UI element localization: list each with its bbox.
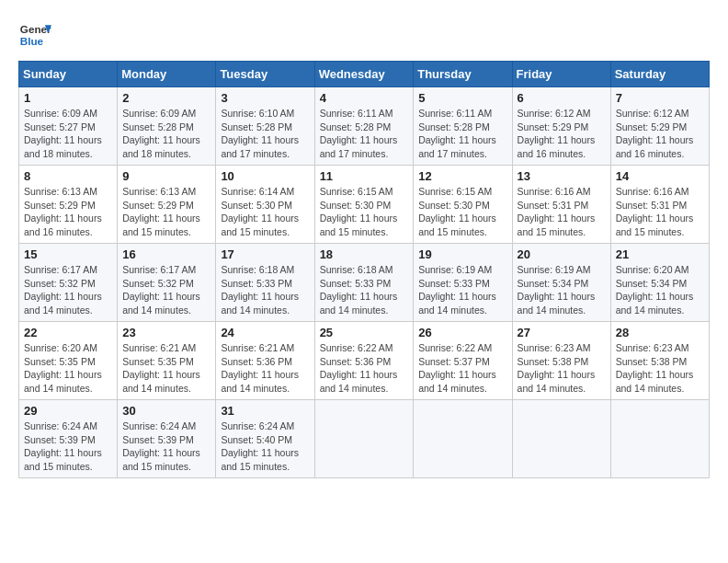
day-number: 1 xyxy=(24,91,112,105)
day-number: 28 xyxy=(616,326,704,339)
calendar-week-row: 1Sunrise: 6:09 AMSunset: 5:27 PMDaylight… xyxy=(19,87,710,166)
day-info: Sunrise: 6:24 AMSunset: 5:39 PMDaylight:… xyxy=(122,419,210,474)
calendar-cell: 29Sunrise: 6:24 AMSunset: 5:39 PMDayligh… xyxy=(19,400,118,478)
day-info: Sunrise: 6:15 AMSunset: 5:30 PMDaylight:… xyxy=(320,185,409,239)
day-info: Sunrise: 6:11 AMSunset: 5:28 PMDaylight:… xyxy=(418,107,506,161)
day-number: 26 xyxy=(418,326,506,339)
day-info: Sunrise: 6:22 AMSunset: 5:36 PMDaylight:… xyxy=(320,341,409,396)
day-number: 4 xyxy=(320,91,409,105)
calendar-cell xyxy=(610,400,709,478)
calendar-cell xyxy=(414,400,512,478)
day-number: 12 xyxy=(418,169,506,183)
day-info: Sunrise: 6:24 AMSunset: 5:39 PMDaylight:… xyxy=(24,419,112,474)
day-number: 5 xyxy=(418,91,506,105)
day-info: Sunrise: 6:11 AMSunset: 5:28 PMDaylight:… xyxy=(320,107,409,161)
calendar-cell: 15Sunrise: 6:17 AMSunset: 5:32 PMDayligh… xyxy=(19,244,118,322)
day-info: Sunrise: 6:21 AMSunset: 5:35 PMDaylight:… xyxy=(122,341,210,396)
day-info: Sunrise: 6:19 AMSunset: 5:34 PMDaylight:… xyxy=(518,263,606,317)
svg-text:Blue: Blue xyxy=(20,35,44,47)
calendar-cell: 12Sunrise: 6:15 AMSunset: 5:30 PMDayligh… xyxy=(414,166,512,244)
day-info: Sunrise: 6:12 AMSunset: 5:29 PMDaylight:… xyxy=(518,107,606,161)
calendar-cell: 4Sunrise: 6:11 AMSunset: 5:28 PMDaylight… xyxy=(314,87,414,166)
day-number: 2 xyxy=(122,91,210,105)
calendar-cell: 28Sunrise: 6:23 AMSunset: 5:38 PMDayligh… xyxy=(610,322,709,400)
day-number: 24 xyxy=(221,326,309,339)
calendar-cell: 18Sunrise: 6:18 AMSunset: 5:33 PMDayligh… xyxy=(314,244,414,322)
calendar-cell: 23Sunrise: 6:21 AMSunset: 5:35 PMDayligh… xyxy=(118,322,216,400)
calendar-week-row: 29Sunrise: 6:24 AMSunset: 5:39 PMDayligh… xyxy=(19,400,710,478)
calendar-cell: 25Sunrise: 6:22 AMSunset: 5:36 PMDayligh… xyxy=(314,322,414,400)
day-info: Sunrise: 6:12 AMSunset: 5:29 PMDaylight:… xyxy=(616,107,704,161)
column-header-wednesday: Wednesday xyxy=(314,62,414,87)
day-number: 15 xyxy=(24,247,112,261)
day-info: Sunrise: 6:18 AMSunset: 5:33 PMDaylight:… xyxy=(320,263,409,317)
day-number: 14 xyxy=(616,169,704,183)
day-number: 16 xyxy=(122,247,210,261)
calendar-cell: 11Sunrise: 6:15 AMSunset: 5:30 PMDayligh… xyxy=(314,166,414,244)
day-info: Sunrise: 6:23 AMSunset: 5:38 PMDaylight:… xyxy=(616,341,704,396)
day-number: 27 xyxy=(518,326,606,339)
calendar-cell: 3Sunrise: 6:10 AMSunset: 5:28 PMDaylight… xyxy=(216,87,314,166)
calendar-cell: 26Sunrise: 6:22 AMSunset: 5:37 PMDayligh… xyxy=(414,322,512,400)
calendar-cell: 2Sunrise: 6:09 AMSunset: 5:28 PMDaylight… xyxy=(118,87,216,166)
day-number: 18 xyxy=(320,247,409,261)
column-header-friday: Friday xyxy=(512,62,610,87)
calendar-cell: 5Sunrise: 6:11 AMSunset: 5:28 PMDaylight… xyxy=(414,87,512,166)
day-number: 13 xyxy=(518,169,606,183)
day-info: Sunrise: 6:24 AMSunset: 5:40 PMDaylight:… xyxy=(221,419,309,474)
day-number: 10 xyxy=(221,169,309,183)
day-info: Sunrise: 6:09 AMSunset: 5:27 PMDaylight:… xyxy=(24,107,112,161)
logo-icon: General Blue xyxy=(18,18,51,52)
day-info: Sunrise: 6:17 AMSunset: 5:32 PMDaylight:… xyxy=(24,263,112,317)
day-number: 6 xyxy=(518,91,606,105)
day-info: Sunrise: 6:20 AMSunset: 5:34 PMDaylight:… xyxy=(616,263,704,317)
day-info: Sunrise: 6:23 AMSunset: 5:38 PMDaylight:… xyxy=(518,341,606,396)
column-header-sunday: Sunday xyxy=(19,62,118,87)
calendar-cell: 30Sunrise: 6:24 AMSunset: 5:39 PMDayligh… xyxy=(118,400,216,478)
day-info: Sunrise: 6:13 AMSunset: 5:29 PMDaylight:… xyxy=(24,185,112,239)
day-number: 21 xyxy=(616,247,704,261)
calendar-header-row: SundayMondayTuesdayWednesdayThursdayFrid… xyxy=(19,62,710,87)
day-number: 19 xyxy=(418,247,506,261)
calendar-cell: 8Sunrise: 6:13 AMSunset: 5:29 PMDaylight… xyxy=(19,166,118,244)
calendar-cell: 1Sunrise: 6:09 AMSunset: 5:27 PMDaylight… xyxy=(19,87,118,166)
calendar-cell: 17Sunrise: 6:18 AMSunset: 5:33 PMDayligh… xyxy=(216,244,314,322)
column-header-thursday: Thursday xyxy=(414,62,512,87)
calendar-cell: 14Sunrise: 6:16 AMSunset: 5:31 PMDayligh… xyxy=(610,166,709,244)
day-number: 3 xyxy=(221,91,309,105)
calendar-cell: 22Sunrise: 6:20 AMSunset: 5:35 PMDayligh… xyxy=(19,322,118,400)
calendar-cell: 21Sunrise: 6:20 AMSunset: 5:34 PMDayligh… xyxy=(610,244,709,322)
calendar-week-row: 22Sunrise: 6:20 AMSunset: 5:35 PMDayligh… xyxy=(19,322,710,400)
day-info: Sunrise: 6:10 AMSunset: 5:28 PMDaylight:… xyxy=(221,107,309,161)
day-number: 30 xyxy=(122,404,210,418)
day-number: 9 xyxy=(122,169,210,183)
day-info: Sunrise: 6:16 AMSunset: 5:31 PMDaylight:… xyxy=(616,185,704,239)
calendar-cell xyxy=(512,400,610,478)
column-header-monday: Monday xyxy=(118,62,216,87)
calendar-cell: 10Sunrise: 6:14 AMSunset: 5:30 PMDayligh… xyxy=(216,166,314,244)
day-number: 7 xyxy=(616,91,704,105)
day-number: 20 xyxy=(518,247,606,261)
calendar-cell: 27Sunrise: 6:23 AMSunset: 5:38 PMDayligh… xyxy=(512,322,610,400)
day-info: Sunrise: 6:18 AMSunset: 5:33 PMDaylight:… xyxy=(221,263,309,317)
day-info: Sunrise: 6:22 AMSunset: 5:37 PMDaylight:… xyxy=(418,341,506,396)
calendar-week-row: 15Sunrise: 6:17 AMSunset: 5:32 PMDayligh… xyxy=(19,244,710,322)
calendar-cell: 19Sunrise: 6:19 AMSunset: 5:33 PMDayligh… xyxy=(414,244,512,322)
day-info: Sunrise: 6:13 AMSunset: 5:29 PMDaylight:… xyxy=(122,185,210,239)
day-number: 31 xyxy=(221,404,309,418)
day-info: Sunrise: 6:17 AMSunset: 5:32 PMDaylight:… xyxy=(122,263,210,317)
calendar-cell xyxy=(314,400,414,478)
day-info: Sunrise: 6:09 AMSunset: 5:28 PMDaylight:… xyxy=(122,107,210,161)
calendar-cell: 9Sunrise: 6:13 AMSunset: 5:29 PMDaylight… xyxy=(118,166,216,244)
calendar-cell: 20Sunrise: 6:19 AMSunset: 5:34 PMDayligh… xyxy=(512,244,610,322)
day-info: Sunrise: 6:15 AMSunset: 5:30 PMDaylight:… xyxy=(418,185,506,239)
column-header-saturday: Saturday xyxy=(610,62,709,87)
calendar-week-row: 8Sunrise: 6:13 AMSunset: 5:29 PMDaylight… xyxy=(19,166,710,244)
logo: General Blue xyxy=(18,18,51,52)
calendar-cell: 24Sunrise: 6:21 AMSunset: 5:36 PMDayligh… xyxy=(216,322,314,400)
calendar-cell: 7Sunrise: 6:12 AMSunset: 5:29 PMDaylight… xyxy=(610,87,709,166)
day-number: 8 xyxy=(24,169,112,183)
calendar-cell: 31Sunrise: 6:24 AMSunset: 5:40 PMDayligh… xyxy=(216,400,314,478)
day-info: Sunrise: 6:21 AMSunset: 5:36 PMDaylight:… xyxy=(221,341,309,396)
column-header-tuesday: Tuesday xyxy=(216,62,314,87)
